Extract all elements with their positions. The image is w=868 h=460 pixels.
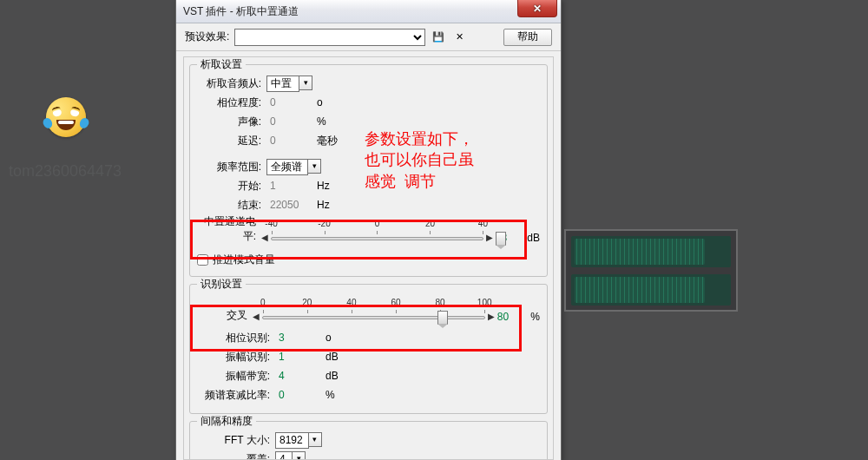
vst-plugin-dialog: VST 插件 - 析取中置通道 ✕ 预设效果: 💾 ✕ 帮助 析取设置 析取音频… <box>175 0 562 460</box>
desktop-area: tom2360064473 <box>0 0 174 460</box>
ampid-value[interactable]: 1 <box>275 351 317 363</box>
tick-label: -20 <box>318 219 330 228</box>
fft-select[interactable]: 8192 ▾ <box>275 432 322 449</box>
source-select[interactable]: 中置 ▾ <box>266 76 312 92</box>
delete-preset-icon[interactable]: ✕ <box>451 30 467 45</box>
delay-value[interactable]: 0 <box>266 135 308 147</box>
cross-unit: % <box>523 311 540 328</box>
ampid-unit: dB <box>317 351 352 363</box>
end-unit: Hz <box>308 199 343 211</box>
overlap-select[interactable]: 4 ▾ <box>275 451 306 461</box>
end-value[interactable]: 22050 <box>266 199 308 211</box>
cross-label: 交叉 <box>197 308 250 328</box>
decay-label: 频谱衰减比率: <box>197 388 275 403</box>
ampbw-value[interactable]: 4 <box>275 370 317 382</box>
help-button[interactable]: 帮助 <box>503 29 552 46</box>
phaseid-value[interactable]: 3 <box>275 332 317 344</box>
nudge-left-icon[interactable]: ◀ <box>253 312 260 328</box>
slider-thumb[interactable] <box>496 232 506 246</box>
center-level-slider-row: 中置通道电平: ◀ -40 -20 0 20 40 ▶ <box>197 214 540 249</box>
delay-label: 延迟: <box>197 134 266 148</box>
close-x-icon: ✕ <box>533 3 542 15</box>
phaseid-unit: o <box>317 332 352 344</box>
range-select[interactable]: 全频谱 ▾ <box>266 159 321 175</box>
dialog-title: VST 插件 - 析取中置通道 <box>183 4 299 19</box>
ampbw-label: 振幅带宽: <box>197 369 275 384</box>
fft-value: 8192 <box>275 432 309 449</box>
dropdown-caret-icon: ▾ <box>309 432 322 447</box>
group3-legend: 间隔和精度 <box>197 414 256 429</box>
center-level-unit: dB <box>520 232 540 249</box>
cross-slider-row: 交叉 ◀ 0 20 40 60 80 100 <box>197 297 540 328</box>
overlap-label: 覆盖: <box>197 452 275 461</box>
annotation-text: 参数设置如下， 也可以你自己虽 感觉 调节 <box>365 128 474 192</box>
titlebar[interactable]: VST 插件 - 析取中置通道 ✕ <box>176 0 561 23</box>
tick-label: 60 <box>391 298 400 307</box>
overlap-value: 4 <box>275 451 293 461</box>
preset-select[interactable] <box>234 29 425 46</box>
tick-label: 20 <box>302 298 312 307</box>
end-label: 结束: <box>197 198 266 213</box>
decay-value[interactable]: 0 <box>275 389 317 401</box>
preset-label: 预设效果: <box>185 30 229 44</box>
dropdown-caret-icon: ▾ <box>299 76 312 90</box>
source-value: 中置 <box>266 76 299 92</box>
save-preset-icon[interactable]: 💾 <box>431 30 446 45</box>
nudge-right-icon[interactable]: ▶ <box>488 312 495 328</box>
dropdown-caret-icon: ▾ <box>308 159 321 174</box>
tick-label: 80 <box>436 298 445 307</box>
ampbw-unit: dB <box>317 370 352 382</box>
tick-label: 0 <box>260 298 266 307</box>
slider-thumb[interactable] <box>437 311 448 325</box>
pan-unit: % <box>308 115 343 128</box>
group-interval-precision: 间隔和精度 FFT 大小: 8192 ▾ 覆盖: 4 ▾ <box>189 421 548 460</box>
pan-label: 声像: <box>197 115 266 129</box>
close-button[interactable]: ✕ <box>517 0 557 17</box>
tick-label: -40 <box>265 219 277 228</box>
range-value: 全频谱 <box>266 159 308 175</box>
pan-value[interactable]: 0 <box>266 115 308 128</box>
start-value[interactable]: 1 <box>266 180 308 192</box>
phaseid-label: 相位识别: <box>197 331 275 345</box>
center-level-label: 中置通道电平: <box>197 214 259 249</box>
laugh-emoji-icon[interactable] <box>46 97 86 137</box>
body-scroll-area: 析取设置 析取音频从: 中置 ▾ 相位程度: 0 o 声像: 0 % <box>176 51 561 460</box>
fft-label: FFT 大小: <box>197 433 275 448</box>
tick-label: 40 <box>346 298 356 307</box>
group-identify-settings: 识别设置 交叉 ◀ 0 20 40 60 80 100 <box>189 284 548 414</box>
tick-label: 100 <box>477 298 492 307</box>
decay-unit: % <box>317 389 352 401</box>
nudge-right-icon[interactable]: ▶ <box>486 233 493 249</box>
delay-unit: 毫秒 <box>308 134 343 148</box>
group2-legend: 识别设置 <box>197 277 246 292</box>
phase-label: 相位程度: <box>197 95 266 110</box>
cross-value[interactable]: 80 <box>497 311 522 328</box>
toolbar: 预设效果: 💾 ✕ 帮助 <box>176 23 561 51</box>
range-label: 频率范围: <box>197 160 266 174</box>
waveform-preview <box>564 229 738 312</box>
center-level-slider[interactable]: -40 -20 0 20 40 <box>271 220 483 249</box>
tick-label: 0 <box>375 219 380 228</box>
tick-label: 40 <box>478 219 488 228</box>
push-mode-label: 推进模式音量 <box>213 253 275 267</box>
push-mode-checkbox[interactable] <box>197 254 208 266</box>
nudge-left-icon[interactable]: ◀ <box>261 233 268 249</box>
dropdown-caret-icon: ▾ <box>293 451 306 461</box>
tick-label: 20 <box>425 219 435 228</box>
group1-legend: 析取设置 <box>197 57 246 72</box>
start-label: 开始: <box>197 179 266 194</box>
desktop-icon-caption: tom2360064473 <box>0 161 130 181</box>
start-unit: Hz <box>308 180 343 192</box>
phase-unit: o <box>308 96 343 108</box>
phase-value[interactable]: 0 <box>266 96 308 108</box>
ampid-label: 振幅识别: <box>197 350 275 365</box>
cross-slider[interactable]: 0 20 40 60 80 100 <box>262 299 485 328</box>
body-inner[interactable]: 析取设置 析取音频从: 中置 ▾ 相位程度: 0 o 声像: 0 % <box>183 56 554 460</box>
source-label: 析取音频从: <box>197 76 266 91</box>
